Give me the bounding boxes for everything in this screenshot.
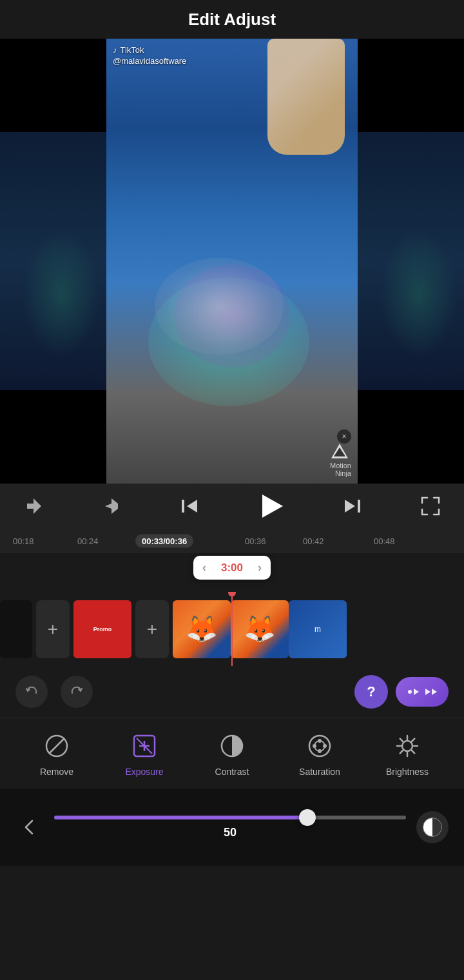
action-row: ? [0,666,464,718]
tooltip-right-arrow[interactable]: › [258,561,262,574]
timestamp-0036: 00:36 [245,536,266,546]
keyframe-right-button[interactable] [97,492,126,520]
clip-thumb-fox-2[interactable]: 🦊 [231,600,289,658]
back-button[interactable] [15,813,44,841]
svg-rect-6 [358,500,360,513]
tiktok-brand: TikTok [121,45,144,55]
svg-point-25 [402,741,412,751]
contrast-icon [217,730,247,761]
svg-point-23 [318,739,322,743]
svg-line-32 [412,738,414,741]
tiktok-music-icon: ♪ [113,45,117,55]
svg-point-19 [309,736,330,756]
undo-redo-group [15,676,93,708]
svg-marker-7 [345,500,355,513]
slider-container[interactable]: 50 [54,816,406,839]
timestamp-0042: 00:42 [303,536,324,546]
svg-marker-11 [432,689,437,695]
svg-marker-3 [105,498,118,514]
clip-strip-wrapper: + Promo + 🦊 🦊 m [0,592,464,666]
clip-thumb-red[interactable]: Promo [73,600,131,658]
clip-fox-1-inner: 🦊 [173,600,231,658]
redo-button[interactable] [61,676,93,708]
skip-back-button[interactable] [175,492,204,520]
timestamp-0048: 00:48 [374,536,395,546]
fullscreen-button[interactable] [416,492,445,520]
contrast-label: Contrast [215,767,249,777]
svg-marker-2 [27,498,41,514]
keyframe-left-button[interactable] [19,492,48,520]
svg-line-31 [412,750,414,753]
skip-forward-button[interactable] [338,492,367,520]
tiktok-watermark: ♪ TikTok @malavidasoftware [113,45,186,66]
brightness-label: Brightness [386,767,429,777]
svg-line-30 [400,738,403,741]
clip-tooltip[interactable]: ‹ 3:00 › [193,556,271,580]
clip-thumb-blue[interactable]: m [289,600,347,658]
saturation-label: Saturation [299,767,340,777]
effects-button[interactable] [396,677,449,707]
page-title: Edit Adjust [188,10,276,30]
add-clip-button-2[interactable]: + [135,600,169,658]
svg-marker-5 [187,500,197,513]
playback-controls [0,484,464,529]
timeline-timestamps: 00:18 00:24 00:33/00:36 00:36 00:42 00:4… [13,529,451,553]
svg-point-22 [323,744,327,748]
play-button[interactable] [254,489,289,524]
contrast-toggle-button[interactable] [416,811,449,843]
right-action-buttons: ? [354,675,449,709]
brightness-icon [392,730,423,761]
top-bar: Edit Adjust [0,0,464,39]
remove-label: Remove [40,767,73,777]
motion-ninja-watermark[interactable]: × Motion Ninja [330,442,351,477]
tool-exposure[interactable]: Exposure [112,730,177,777]
timestamp-0024: 00:24 [77,536,99,546]
ghost-smoke-left [23,229,100,358]
svg-point-8 [408,690,412,694]
clip-tooltip-area: ‹ 3:00 › [0,553,464,592]
tiktok-logo: ♪ TikTok [113,45,186,55]
video-preview: ♪ TikTok @malavidasoftware × Motion Ninj… [0,39,464,484]
tool-saturation[interactable]: Saturation [287,730,352,777]
clip-thumb-red-inner: Promo [73,600,131,658]
video-background: ♪ TikTok @malavidasoftware × Motion Ninj… [0,39,464,484]
clip-thumb-fox-1[interactable]: 🦊 [173,600,231,658]
spray-hand [267,39,345,155]
close-watermark-button[interactable]: × [337,429,351,444]
add-clip-button-1[interactable]: + [36,600,70,658]
slider-thumb[interactable] [299,809,316,826]
fox-shape-2: 🦊 [231,600,289,658]
fox-shape-1: 🦊 [173,600,231,658]
playhead [231,592,233,666]
timestamp-0018: 00:18 [13,536,34,546]
svg-marker-10 [425,689,430,695]
help-button[interactable]: ? [354,675,388,709]
add-icon-1: + [48,619,58,640]
undo-button[interactable] [15,676,48,708]
tooltip-left-arrow[interactable]: ‹ [202,561,206,574]
video-frame: ♪ TikTok @malavidasoftware × Motion Ninj… [106,39,358,484]
clip-thumb-dark[interactable] [0,600,32,658]
slider-track[interactable] [54,816,406,819]
tool-contrast[interactable]: Contrast [200,730,264,777]
timestamp-current: 00:33/00:36 [135,534,193,548]
svg-point-24 [318,749,322,753]
clip-fox-2-inner: 🦊 [231,600,289,658]
timeline-bar[interactable]: 00:18 00:24 00:33/00:36 00:36 00:42 00:4… [0,529,464,553]
svg-point-21 [313,744,316,748]
slider-value: 50 [224,826,237,839]
ghost-thumbnail-left [0,132,106,390]
ghost-thumbnail-right [358,132,464,390]
smoke-overlay [135,213,329,406]
saturation-icon [304,730,335,761]
tool-remove[interactable]: Remove [24,730,89,777]
effects-icon-2 [424,685,438,699]
clip-blue-inner: m [289,600,347,658]
effects-icon [406,685,420,699]
slider-area: 50 [0,789,464,866]
exposure-icon [129,730,160,761]
smoke-white [155,258,284,355]
edit-tools-row: Remove Exposure Contrast [0,718,464,789]
tool-brightness[interactable]: Brightness [375,730,440,777]
play-icon [262,495,283,518]
